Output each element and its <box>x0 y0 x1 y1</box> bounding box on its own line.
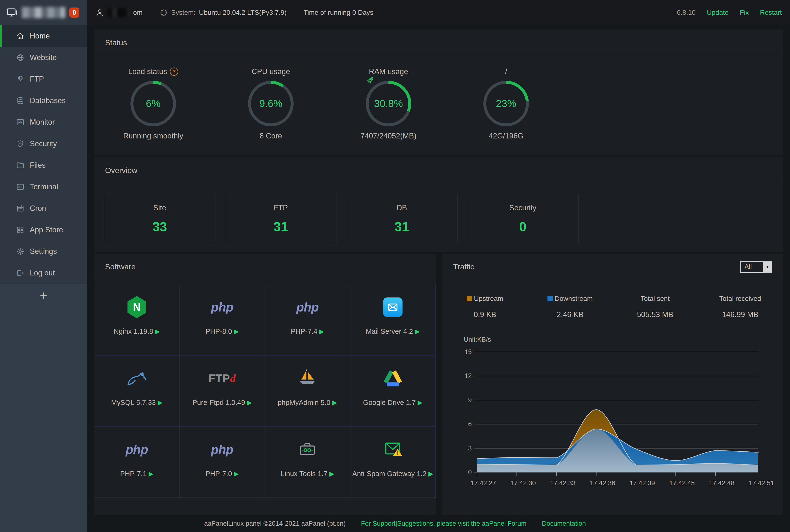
top-bar-info: om System: Ubuntu 20.04.2 LTS(Py3.7.9) T… <box>87 8 373 17</box>
downstream-stat: Downstream 2.46 KB <box>528 295 613 319</box>
copyright-text: aaPanelLinux panel ©2014-2021 aaPanel (b… <box>204 520 346 527</box>
forum-link[interactable]: For Support|Suggestions, please visit th… <box>361 520 526 527</box>
sidebar-item-files[interactable]: Files <box>0 154 87 176</box>
play-icon[interactable]: ▶ <box>158 399 162 406</box>
play-icon[interactable]: ▶ <box>247 399 252 406</box>
play-icon[interactable]: ▶ <box>329 470 334 477</box>
play-icon[interactable]: ▶ <box>234 470 239 477</box>
grid-icon <box>16 226 24 234</box>
logout-icon <box>16 269 24 277</box>
software-item-phpmyadmin[interactable]: phpMyAdmin 5.0▶ <box>265 356 350 427</box>
play-icon[interactable]: ▶ <box>149 470 153 477</box>
phpmyadmin-sailboat-icon <box>297 367 317 390</box>
svg-text:17:42:48: 17:42:48 <box>709 479 734 487</box>
svg-text:17:42:30: 17:42:30 <box>510 479 536 487</box>
php-icon: php <box>211 438 233 461</box>
load-status-gauge: Load status ? 6% Running smoothly <box>94 67 212 140</box>
ram-usage-gauge: RAM usage 30.8% 7407/24052(MB) <box>330 67 447 140</box>
traffic-filter-select[interactable]: All ▼ <box>740 261 772 273</box>
ubuntu-icon <box>159 8 168 17</box>
software-item-php80[interactable]: php PHP-8.0▶ <box>180 284 265 356</box>
play-icon[interactable]: ▶ <box>155 328 160 335</box>
play-icon[interactable]: ▶ <box>428 470 433 477</box>
update-link[interactable]: Update <box>707 9 729 17</box>
anti-spam-icon <box>383 438 403 461</box>
software-item-pure-ftpd[interactable]: FTPd Pure-Ftpd 1.0.49▶ <box>180 356 265 427</box>
sidebar-item-security[interactable]: Security <box>0 133 87 154</box>
software-item-anti-spam[interactable]: Anti-Spam Gateway 1.2▶ <box>350 427 436 498</box>
sidebar-item-app-store[interactable]: App Store <box>0 219 87 241</box>
ftp-count-card[interactable]: FTP 31 <box>225 195 336 243</box>
play-icon[interactable]: ▶ <box>418 399 423 406</box>
upstream-stat: Upstream 0.9 KB <box>442 295 528 319</box>
sidebar: Home Website FTP Databases Monitor Secur… <box>0 25 87 532</box>
message-count-badge[interactable]: 0 <box>69 7 79 18</box>
play-icon[interactable]: ▶ <box>319 328 324 335</box>
software-item-mysql[interactable]: MySQL 5.7.33▶ <box>94 356 180 427</box>
gear-icon <box>16 247 24 255</box>
svg-text:17:42:36: 17:42:36 <box>590 479 615 487</box>
sidebar-item-website[interactable]: Website <box>0 47 87 68</box>
sidebar-footer: + <box>0 284 87 532</box>
software-item-php74[interactable]: php PHP-7.4▶ <box>265 284 350 356</box>
software-item-php71[interactable]: php PHP-7.1▶ <box>94 427 180 498</box>
monitor-logo-icon <box>6 7 17 18</box>
downstream-swatch <box>547 296 553 301</box>
svg-text:17:42:39: 17:42:39 <box>630 479 655 487</box>
software-item-php70[interactable]: php PHP-7.0▶ <box>180 427 265 498</box>
play-icon[interactable]: ▶ <box>332 399 337 406</box>
svg-text:12: 12 <box>464 372 472 380</box>
add-menu-button[interactable]: + <box>40 289 47 302</box>
svg-text:Unit:KB/s: Unit:KB/s <box>464 336 491 343</box>
overview-panel: Overview Site 33 FTP 31 DB 31 Security 0 <box>94 157 783 252</box>
php-icon: php <box>296 296 319 319</box>
software-item-linux-tools[interactable]: Linux Tools 1.7▶ <box>265 427 350 498</box>
status-panel-header: Status <box>94 30 783 56</box>
sidebar-item-monitor[interactable]: Monitor <box>0 111 87 133</box>
system-label: System: <box>171 9 196 17</box>
disk-usage-gauge: / 23% 42G/196G <box>447 67 565 140</box>
fix-link[interactable]: Fix <box>740 9 749 17</box>
traffic-stats: Upstream 0.9 KB Downstream 2.46 KB Total… <box>442 295 783 319</box>
svg-text:6: 6 <box>468 420 472 428</box>
traffic-chart: Unit:KB/s0369121517:42:2717:42:3017:42:3… <box>442 322 783 501</box>
sidebar-item-terminal[interactable]: Terminal <box>0 176 87 197</box>
play-icon[interactable]: ▶ <box>415 328 420 335</box>
sidebar-item-cron[interactable]: Cron <box>0 197 87 219</box>
main-content: Status Load status ? 6% Running smoothly… <box>87 25 790 515</box>
folder-icon <box>16 161 24 169</box>
sidebar-item-databases[interactable]: Databases <box>0 90 87 111</box>
play-icon[interactable]: ▶ <box>234 328 239 335</box>
overview-panel-header: Overview <box>94 157 783 184</box>
calendar-icon <box>16 204 24 212</box>
traffic-panel: Traffic All ▼ Upstream 0.9 KB Downstream… <box>442 254 783 515</box>
svg-text:0: 0 <box>468 469 472 476</box>
site-count-card[interactable]: Site 33 <box>104 195 215 243</box>
logo-block: 0 <box>0 0 87 25</box>
cpu-usage-gauge: CPU usage 9.6% 8 Core <box>212 67 330 140</box>
sidebar-item-home[interactable]: Home <box>0 25 87 47</box>
software-grid: N Nginx 1.19.8▶ php PHP-8.0▶ php PHP-7.4… <box>94 284 436 498</box>
overview-title: Overview <box>105 166 137 175</box>
status-panel: Status Load status ? 6% Running smoothly… <box>94 30 783 155</box>
help-icon[interactable]: ? <box>170 68 178 76</box>
software-item-mail-server[interactable]: Mail Server 4.2▶ <box>350 284 436 356</box>
sidebar-item-settings[interactable]: Settings <box>0 241 87 262</box>
top-bar-actions: 6.8.10 Update Fix Restart <box>677 9 790 17</box>
sidebar-item-logout[interactable]: Log out <box>0 262 87 284</box>
total-sent-stat: Total sent 505.53 MB <box>613 295 698 319</box>
user-email-redacted <box>108 8 130 17</box>
documentation-link[interactable]: Documentation <box>542 520 586 527</box>
mysql-dolphin-icon <box>125 367 148 390</box>
svg-text:3: 3 <box>468 444 472 452</box>
upstream-swatch <box>467 296 472 301</box>
php-icon: php <box>211 296 233 319</box>
user-icon <box>95 8 104 17</box>
svg-text:17:42:27: 17:42:27 <box>470 479 496 487</box>
software-item-google-drive[interactable]: Google Drive 1.7▶ <box>350 356 436 427</box>
db-count-card[interactable]: DB 31 <box>346 195 458 243</box>
restart-link[interactable]: Restart <box>760 9 782 17</box>
security-count-card[interactable]: Security 0 <box>467 195 578 243</box>
sidebar-item-ftp[interactable]: FTP <box>0 68 87 90</box>
software-item-nginx[interactable]: N Nginx 1.19.8▶ <box>94 284 180 356</box>
